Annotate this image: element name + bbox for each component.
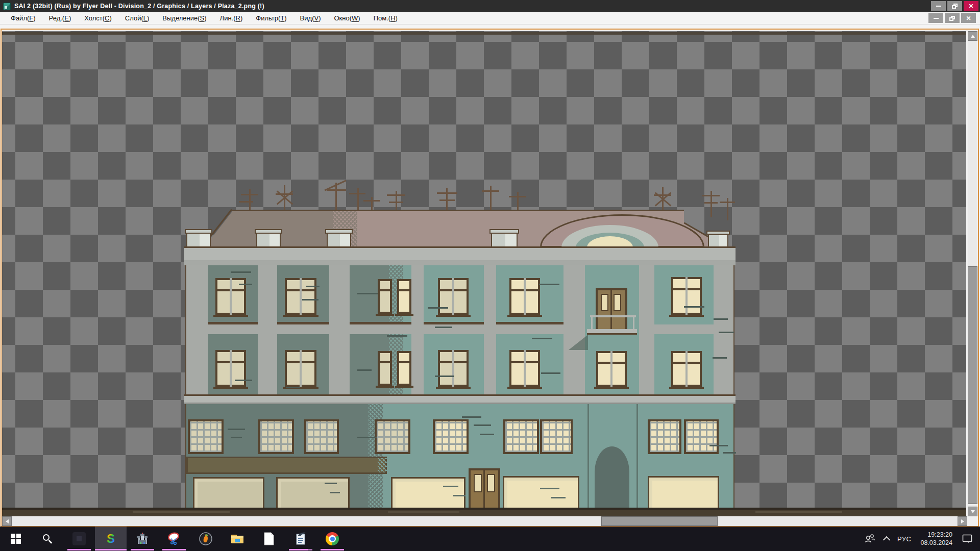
menu-item-window[interactable]: Окно(W)	[327, 13, 366, 23]
minimize-button[interactable]	[931, 1, 946, 11]
art-shape	[509, 350, 540, 387]
art-shape	[669, 315, 704, 317]
art-shape	[671, 277, 702, 315]
minimize-icon	[936, 6, 941, 7]
art-shape	[509, 278, 540, 315]
art-shape	[713, 357, 727, 359]
notification-button[interactable]	[958, 527, 977, 551]
art-shape	[435, 375, 454, 377]
art-shape	[564, 265, 585, 395]
art-shape	[590, 315, 636, 317]
art-shape	[484, 265, 496, 395]
taskbar-app-flstudio[interactable]	[190, 527, 222, 551]
art-shape	[435, 327, 452, 328]
horizontal-scroll-thumb[interactable]	[601, 516, 718, 526]
doc-close-button[interactable]: ✕	[961, 13, 976, 23]
art-shape	[213, 387, 248, 389]
menu-item-selection[interactable]: Выделение(S)	[156, 13, 213, 23]
running-indicator	[131, 549, 154, 550]
menu-item-view[interactable]: Вид(V)	[293, 13, 328, 23]
art-shape	[704, 202, 718, 204]
menu-item-help[interactable]: Пом.(H)	[367, 13, 404, 23]
title-bar[interactable]: SAI 2 (32bit) (Rus) by Flyer Dell - Divi…	[0, 0, 980, 12]
art-shape	[249, 189, 251, 212]
art-shape	[539, 284, 559, 285]
horizontal-scrollbar[interactable]	[2, 516, 967, 526]
art-shape	[376, 314, 394, 316]
art-shape	[411, 265, 424, 395]
art-shape	[601, 294, 608, 311]
art-shape	[277, 324, 329, 334]
art-shape	[462, 416, 481, 418]
scroll-up-button[interactable]	[968, 31, 977, 41]
art-shape	[357, 293, 378, 294]
art-shape	[596, 351, 627, 387]
art-shape	[452, 350, 454, 387]
scroll-right-button[interactable]	[958, 516, 967, 526]
canvas-viewport[interactable]	[2, 31, 966, 516]
art-shape	[654, 324, 714, 334]
vertical-scrollbar[interactable]	[968, 31, 977, 516]
canvas-artwork[interactable]	[2, 31, 966, 516]
menu-item-ruler[interactable]: Лин.(R)	[213, 13, 250, 23]
art-shape	[281, 482, 348, 509]
art-shape	[755, 511, 842, 513]
scroll-down-button[interactable]	[968, 507, 977, 516]
clock[interactable]: 19:23:20 08.03.2024	[915, 527, 958, 551]
menu-item-file[interactable]: Файл(F)	[4, 13, 42, 23]
art-shape	[720, 202, 735, 203]
chrome-icon	[326, 532, 339, 545]
taskbar-app-screentogif[interactable]	[158, 527, 190, 551]
art-shape	[389, 202, 403, 203]
taskbar-app-notepad[interactable]	[253, 527, 285, 551]
menu-item-canvas[interactable]: Холст(C)	[78, 13, 118, 23]
art-shape	[428, 307, 448, 309]
art-shape	[540, 488, 559, 489]
art-shape	[378, 458, 387, 472]
doc-restore-button[interactable]	[945, 13, 960, 23]
language-indicator[interactable]: РУС	[893, 527, 916, 551]
taskbar: S	[0, 527, 980, 551]
taskbar-app-unknown[interactable]	[63, 527, 95, 551]
art-shape	[723, 452, 736, 454]
start-button[interactable]	[0, 527, 32, 551]
tray-expand-button[interactable]	[880, 527, 893, 551]
search-button[interactable]	[32, 527, 63, 551]
scroll-left-button[interactable]	[2, 516, 12, 526]
people-button[interactable]	[860, 527, 880, 551]
art-shape	[397, 351, 411, 386]
taskbar-app-chrome[interactable]	[316, 527, 348, 551]
art-shape	[378, 289, 392, 291]
art-shape	[260, 421, 292, 452]
menu-item-filter[interactable]: Фильтр(T)	[249, 13, 293, 23]
menu-item-edit[interactable]: Ред.(E)	[42, 13, 78, 23]
art-shape	[684, 306, 704, 308]
restore-button[interactable]	[947, 1, 962, 11]
art-shape	[208, 324, 258, 334]
art-shape	[397, 279, 411, 314]
art-shape	[702, 195, 720, 196]
menu-item-layer[interactable]: Слой(L)	[118, 13, 156, 23]
vertical-scroll-thumb[interactable]	[968, 266, 977, 504]
desktop: SAI 2 (32bit) (Rus) by Flyer Dell - Divi…	[0, 0, 980, 551]
art-shape	[437, 192, 457, 194]
art-shape	[378, 361, 392, 363]
sai-icon: S	[104, 532, 117, 545]
text-editor-icon	[293, 532, 308, 546]
doc-minimize-button[interactable]	[928, 13, 943, 23]
taskbar-app-texteditor[interactable]	[285, 527, 316, 551]
art-shape	[639, 265, 654, 395]
art-shape	[669, 387, 704, 389]
search-icon	[42, 533, 53, 544]
taskbar-app-sai[interactable]: S	[95, 527, 127, 551]
art-shape	[397, 289, 411, 291]
art-shape	[610, 290, 612, 332]
art-shape	[283, 315, 318, 317]
art-shape	[648, 419, 681, 454]
art-shape	[239, 284, 252, 285]
taskbar-app-explorer[interactable]	[222, 527, 253, 551]
close-button[interactable]: ✕	[964, 1, 978, 11]
art-shape	[241, 194, 258, 195]
art-shape	[654, 194, 671, 196]
taskbar-app-castle-game[interactable]	[127, 527, 158, 551]
